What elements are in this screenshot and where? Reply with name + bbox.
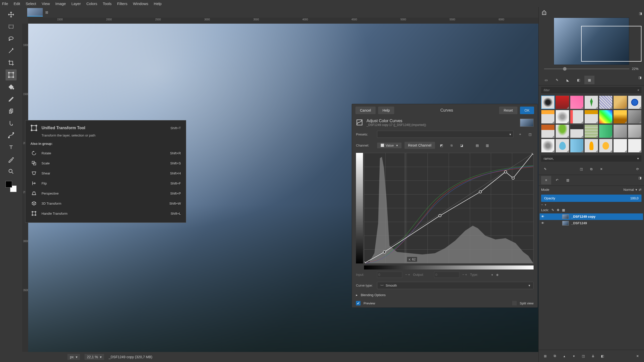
document-tab[interactable] (27, 8, 43, 17)
mode-dropdown[interactable]: Normal▾⇄ (552, 188, 641, 192)
lock-position-icon[interactable]: ✥ (557, 208, 559, 212)
pointer-tab-icon[interactable]: ◧ (574, 76, 584, 84)
brush-item[interactable] (613, 110, 627, 123)
menu-filters[interactable]: Filters (117, 2, 128, 6)
device-tab-icon[interactable]: ✎ (552, 76, 562, 84)
brush-item[interactable] (628, 124, 641, 138)
clone-tool[interactable] (6, 106, 17, 117)
hist-log-icon[interactable]: ▥ (484, 142, 491, 149)
new-brush-icon[interactable]: ◫ (577, 165, 585, 173)
paths-tab-icon[interactable]: ▥ (563, 176, 573, 185)
lower-layer-icon[interactable]: ▾ (570, 352, 578, 360)
brush-item[interactable] (599, 96, 613, 109)
output-field[interactable] (434, 272, 459, 278)
unit-dropdown[interactable]: px ▾ (67, 354, 80, 360)
brush-tool[interactable] (6, 94, 17, 105)
brush-item[interactable] (599, 124, 613, 138)
histogram-tab-icon[interactable]: ◣ (563, 76, 573, 84)
blending-expand-icon[interactable]: ▸ (356, 293, 358, 297)
brush-name-display[interactable]: ramon,▾ (541, 155, 641, 162)
brush-item[interactable] (613, 139, 627, 152)
reset-button[interactable]: Reset (499, 107, 517, 114)
menu-windows[interactable]: Windows (133, 2, 148, 6)
brush-item[interactable] (570, 124, 584, 138)
panel-menu-icon[interactable]: ◨ (638, 76, 641, 84)
split-view-checkbox[interactable] (512, 301, 517, 305)
menu-tools[interactable]: Tools (103, 2, 112, 6)
mask-icon[interactable]: ◧ (598, 352, 607, 360)
brush-item[interactable] (628, 110, 641, 123)
brush-item[interactable] (599, 110, 613, 123)
brush-item[interactable] (584, 124, 598, 138)
point-type-corner-icon[interactable]: ◆ (496, 273, 499, 277)
zoom-tool[interactable] (6, 166, 17, 177)
rect-select-tool[interactable] (6, 21, 17, 32)
transform-tool[interactable] (6, 69, 17, 80)
edit-brush-icon[interactable]: ✎ (541, 165, 549, 173)
point-type-smooth-icon[interactable]: ● (491, 273, 493, 277)
brush-item[interactable] (613, 96, 627, 109)
visibility-icon[interactable]: 👁 (541, 221, 547, 225)
brush-item[interactable] (541, 96, 555, 109)
layers-tab-icon[interactable]: ≡ (541, 176, 551, 185)
layer-name[interactable]: _DSF1249 copy (571, 215, 595, 218)
brush-item[interactable] (541, 139, 555, 152)
brush-item[interactable] (570, 110, 584, 123)
brush-item[interactable] (555, 110, 569, 123)
refresh-brush-icon[interactable]: ⟳ (633, 165, 641, 173)
menu-view[interactable]: View (42, 2, 50, 6)
brush-item[interactable] (599, 139, 613, 152)
presets-dropdown[interactable]: ▾ (377, 131, 513, 138)
new-layer-icon[interactable]: ⊞ (541, 352, 549, 360)
brush-item[interactable] (584, 96, 598, 109)
menu-edit[interactable]: Edit (14, 2, 20, 6)
crop-tool[interactable] (6, 57, 17, 68)
brush-item[interactable] (541, 110, 555, 123)
merge-down-icon[interactable]: ⇊ (589, 352, 597, 360)
preset-menu-icon[interactable]: ◫ (527, 131, 534, 138)
channels-tab-icon[interactable]: ↶ (552, 176, 562, 185)
delete-layer-icon[interactable]: ✕ (633, 352, 641, 360)
tool-options-tab-icon[interactable]: ▭ (541, 76, 551, 84)
brush-item[interactable] (555, 124, 569, 138)
lasso-tool[interactable] (6, 33, 17, 44)
lock-alpha-icon[interactable]: ▦ (562, 208, 565, 212)
opacity-slider[interactable]: Opacity100,0 (541, 195, 641, 202)
text-tool[interactable] (6, 142, 17, 153)
cancel-button[interactable]: Cancel (355, 107, 376, 114)
delete-brush-icon[interactable]: ✕ (597, 165, 606, 173)
path-tool[interactable] (6, 130, 17, 141)
brush-item[interactable] (628, 96, 641, 109)
menu-help[interactable]: Help (154, 2, 162, 6)
brush-item[interactable] (570, 139, 584, 152)
blending-label[interactable]: Blending Options (361, 293, 386, 297)
duplicate-brush-icon[interactable]: ⧉ (587, 165, 595, 173)
ok-button[interactable]: OK (520, 107, 534, 114)
zoom-dropdown[interactable]: 22,1 % ▾ (85, 354, 104, 360)
panel-menu-icon[interactable]: ◨ (639, 12, 642, 15)
menu-file[interactable]: File (2, 2, 8, 6)
fg-bg-colors[interactable] (6, 181, 17, 192)
wand-tool[interactable] (6, 45, 17, 56)
menu-colors[interactable]: Colors (86, 2, 97, 6)
channel-dropdown[interactable]: Value ▾ (377, 143, 401, 148)
menu-select[interactable]: Select (26, 2, 36, 6)
help-button[interactable]: Help (378, 107, 394, 114)
brush-item[interactable] (613, 124, 627, 138)
close-tab-icon[interactable]: ⊠ (44, 9, 49, 15)
hist-linear-icon[interactable]: ▤ (474, 142, 481, 149)
zoom-slider[interactable] (544, 68, 629, 69)
move-tool[interactable] (6, 9, 17, 20)
pick-gray-icon[interactable]: ⧅ (448, 142, 455, 149)
brush-item[interactable] (584, 110, 598, 123)
navigation-preview[interactable] (554, 18, 629, 65)
navigation-tab-icon[interactable] (541, 9, 548, 16)
reset-channel-button[interactable]: Reset Channel (405, 142, 435, 149)
curve-graph[interactable]: x: 62 (364, 153, 534, 263)
lock-pixels-icon[interactable]: ✎ (551, 208, 554, 212)
brush-item[interactable] (555, 96, 569, 109)
brushes-tab-icon[interactable]: ▦ (584, 76, 594, 84)
menu-layer[interactable]: Layer (71, 2, 81, 6)
visibility-icon[interactable]: 👁 (541, 215, 547, 218)
input-field[interactable] (377, 272, 402, 278)
